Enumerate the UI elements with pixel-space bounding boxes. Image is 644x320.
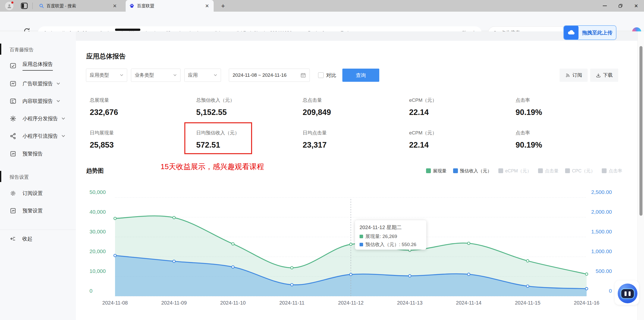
download-button[interactable]: 下载: [590, 69, 618, 82]
sidebar-collapse-button[interactable]: 收起: [10, 234, 73, 243]
stats-row-total: 总展现量232,676 总预估收入（元）5,152.55 总点击量209,849…: [90, 97, 622, 117]
stat-total-impressions: 总展现量232,676: [90, 97, 196, 117]
data-point[interactable]: [291, 284, 293, 286]
stat-daily-ctr: 点击率90.19%: [516, 130, 622, 150]
checkbox-box[interactable]: [318, 72, 324, 78]
data-point[interactable]: [232, 243, 234, 245]
legend-item-income[interactable]: 预估收入（元）: [453, 168, 492, 174]
subscribe-button[interactable]: 订阅: [560, 69, 588, 82]
legend-item-impressions[interactable]: 展现量: [426, 168, 447, 174]
data-point[interactable]: [232, 266, 234, 268]
sidebar-item-app-overall-report[interactable]: 应用总体报告: [10, 61, 73, 70]
report-actions: 订阅 下载: [557, 69, 618, 82]
sidebar-divider: [0, 230, 76, 230]
data-point[interactable]: [585, 287, 588, 290]
data-point[interactable]: [468, 242, 470, 245]
main-content: 应用总体报告 应用类型 业务类型 应用 2024-11-08 ~ 2024-11…: [76, 41, 637, 320]
tab-bar: 百度联盟 - 搜索 ✕ 百度联盟 ✕ + ✕: [0, 0, 644, 12]
chevron-down-icon: [61, 135, 65, 137]
trend-chart-svg: 0010,000500.0020,0001,000.0030,0001,500.…: [86, 185, 622, 309]
restore-button[interactable]: [613, 0, 628, 12]
y-axis-label-left: 20,000: [90, 248, 106, 254]
legend-item-cpc[interactable]: CPC（元）: [565, 168, 595, 174]
new-tab-button[interactable]: +: [219, 2, 227, 10]
page-title: 应用总体报告: [86, 52, 126, 61]
sidebar-item-miniapp-distribution-report[interactable]: 小程序分发报告: [10, 114, 73, 123]
sidebar-item-content-union-report[interactable]: 内容联盟报告: [10, 97, 73, 105]
highlight-red-box: [184, 122, 252, 154]
chevron-down-icon: [120, 74, 123, 76]
compare-checkbox[interactable]: 对比: [316, 72, 336, 79]
chevron-down-icon: [214, 74, 217, 76]
x-axis-label: 2024-11-14: [456, 300, 481, 306]
chevron-down-icon: [56, 82, 60, 85]
y-axis-label-right: 0: [609, 288, 612, 294]
share-icon: [10, 133, 16, 139]
data-point[interactable]: [468, 273, 470, 275]
person-icon: [7, 3, 12, 9]
tab-baidu-union[interactable]: 百度联盟 ✕: [126, 0, 214, 12]
data-point[interactable]: [291, 267, 293, 269]
app-select[interactable]: 应用: [184, 69, 221, 82]
legend-item-clicks[interactable]: 点击量: [538, 168, 559, 174]
data-point[interactable]: [114, 217, 116, 220]
legend-item-ecpm[interactable]: eCPM（元）: [498, 168, 531, 174]
tab-close-icon[interactable]: ✕: [204, 3, 210, 9]
restore-icon: [618, 4, 623, 8]
data-point[interactable]: [114, 254, 116, 257]
x-axis-label: 2024-11-12: [338, 300, 364, 306]
browser-window: 百度联盟 - 搜索 ✕ 百度联盟 ✕ + ✕ ← https: [0, 0, 644, 320]
data-point[interactable]: [526, 259, 529, 262]
rss-icon: [565, 73, 570, 78]
tab-baidu-search[interactable]: 百度联盟 - 搜索 ✕: [35, 0, 121, 12]
y-axis-label-left: 0: [90, 288, 93, 294]
page-content: 百青藤报告 应用总体报告 广告联盟报告 内容联盟报告 小程序分发报告: [0, 31, 644, 320]
sidebar-item-alert-settings[interactable]: 预警设置: [10, 206, 73, 215]
alert-report-icon: [10, 150, 16, 157]
biz-type-select[interactable]: 业务类型: [131, 69, 181, 82]
data-point[interactable]: [526, 285, 529, 287]
chart-tooltip: 2024-11-12 星期二 展现量: 26,269 预估收入（元）: 550.…: [355, 220, 426, 250]
trend-chart[interactable]: 0010,000500.0020,0001,000.0030,0001,500.…: [86, 185, 622, 309]
sidebar: 百青藤报告 应用总体报告 广告联盟报告 内容联盟报告 小程序分发报告: [0, 31, 76, 320]
workspaces-icon[interactable]: [21, 3, 28, 9]
data-point[interactable]: [173, 260, 175, 263]
data-point[interactable]: [585, 273, 588, 275]
query-button[interactable]: 查询: [342, 69, 379, 82]
date-range-input[interactable]: 2024-11-08 ~ 2024-11-16: [229, 69, 310, 82]
scrollbar-thumb[interactable]: [639, 46, 642, 216]
series-swatch: [360, 235, 363, 238]
y-axis-label-right: 1,500.00: [591, 229, 612, 234]
tab-close-icon[interactable]: ✕: [112, 3, 118, 9]
data-point[interactable]: [173, 216, 175, 219]
netdisk-cloud-icon: [564, 25, 579, 40]
x-axis-label: 2024-11-09: [161, 300, 187, 306]
legend-item-ctr[interactable]: 点击率: [602, 168, 622, 174]
x-axis-label: 2024-11-08: [102, 300, 128, 306]
stats-panel: 总展现量232,676 总预估收入（元）5,152.55 总点击量209,849…: [90, 97, 622, 150]
legend-swatch: [538, 168, 543, 173]
tab-title: 百度联盟: [137, 3, 204, 9]
data-point[interactable]: [409, 275, 411, 277]
collapse-icon: [10, 235, 16, 242]
app-type-select[interactable]: 应用类型: [86, 69, 127, 82]
close-button[interactable]: ✕: [628, 0, 644, 12]
data-point[interactable]: [350, 243, 352, 246]
chart-header: 趋势图 展现量 预估收入（元） eCPM（元） 点击量 CPC（元） 点击率: [86, 167, 622, 175]
minimize-button[interactable]: [597, 0, 613, 12]
stat-total-clicks: 总点击量209,849: [303, 97, 409, 117]
sidebar-item-ad-union-report[interactable]: 广告联盟报告: [10, 79, 73, 88]
netdisk-upload-button[interactable]: 拖拽至此上传: [563, 25, 616, 40]
y-axis-label-right: 1,000.00: [591, 248, 612, 254]
page-scrollbar[interactable]: [637, 31, 644, 320]
sidebar-item-alert-report[interactable]: 预警报告: [10, 149, 73, 158]
search-favicon: [39, 3, 44, 8]
sidebar-item-subscription-settings[interactable]: 订阅设置: [10, 189, 73, 197]
data-point[interactable]: [350, 273, 352, 276]
assistant-robot-button[interactable]: [618, 284, 637, 303]
profile-avatar[interactable]: [5, 2, 13, 10]
sidebar-item-miniapp-traffic-report[interactable]: 小程序引流报告: [10, 132, 73, 140]
browser-toolbar: ← https://union.baidu.com/bqt/appco.html…: [0, 12, 644, 31]
workspace-glyph: [21, 3, 28, 9]
robot-eye: [625, 291, 627, 296]
